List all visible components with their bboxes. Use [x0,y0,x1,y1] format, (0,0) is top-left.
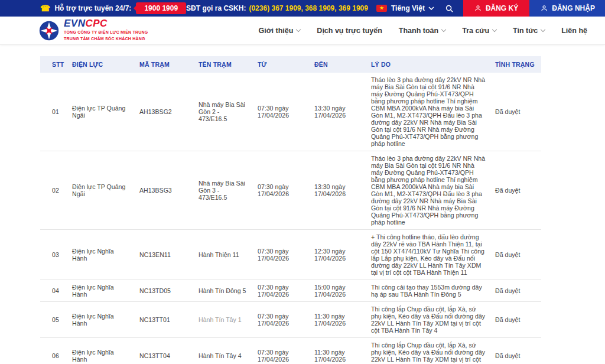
cell-dien-luc: Điện lực Nghĩa Hành [67,280,135,302]
user-icon [541,5,548,12]
cell-ten-tram: Hành Thiện 11 [194,230,253,280]
table-row: 01Điện lực TP Quảng NgãiAH13BSG2Nhà máy … [40,73,541,151]
cell-tu: 07:30 ngày 17/04/2026 [253,230,310,280]
cell-tu: 07:30 ngày 17/04/2026 [253,338,310,364]
nav-item-2[interactable]: Thanh toán [399,27,445,35]
chevron-down-icon [428,6,434,10]
table-row: 05Điện lực Nghĩa HànhNC13TT01Hành Tín Tâ… [40,302,541,338]
cell-dien-luc: Điện lực TP Quảng Ngãi [67,73,135,151]
cell-tu: 07:30 ngày 17/04/2026 [253,302,310,338]
search-button[interactable] [445,4,454,13]
cell-ma-tram: NC13TT01 [135,302,194,338]
cell-den: 15:00 ngày 17/04/2026 [310,280,366,302]
column-header: LÝ DO [366,56,490,73]
cell-den: 12:30 ngày 17/04/2026 [310,230,366,280]
table-header-row: STTĐIỆN LỰCMÃ TRẠMTÊN TRẠMTỪĐẾNLÝ DOTÌNH… [40,56,541,73]
cell-ma-tram: NC13TT04 [135,338,194,364]
cell-ly-do: Thi công lắp Chụp đầu cột, lắp Xà, sứ ph… [366,338,490,364]
nav-item-1[interactable]: Dịch vụ trực tuyến [317,27,382,35]
topbar-right: SĐT gọi ra CSKH: (0236) 367 1909, 368 19… [186,0,605,17]
chevron-down-icon [541,27,545,31]
chevron-down-icon [296,27,301,31]
user-icon [474,5,482,12]
cell-ma-tram: AH13BSG3 [135,151,194,230]
logo-subtitle-2: TRUNG TÂM CHĂM SÓC KHÁCH HÀNG [64,36,148,43]
table-row: 06Điện lực Nghĩa HànhNC13TT04Hành Tín Tâ… [40,338,541,364]
column-header: STT [40,56,67,73]
nav-item-label: Liên hệ [561,27,587,35]
cell-stt: 05 [40,302,67,338]
column-header: ĐẾN [310,56,366,73]
chevron-down-icon [441,27,446,31]
cell-stt: 02 [40,151,67,230]
cell-den: 13:30 ngày 17/04/2026 [310,73,366,151]
cell-den: 13:30 ngày 17/04/2026 [310,151,366,230]
cell-stt: 04 [40,280,67,302]
outage-table-container: STTĐIỆN LỰCMÃ TRẠMTÊN TRẠMTỪĐẾNLÝ DOTÌNH… [40,56,541,364]
search-icon [445,4,454,13]
cell-dien-luc: Điện lực TP Quảng Ngãi [67,151,135,230]
vietnam-flag-icon: ★ [376,5,387,12]
table-row: 02Điện lực TP Quảng NgãiAH13BSG3Nhà máy … [40,151,541,230]
cell-ly-do: Tháo lèo 3 pha đường dây 22kV NR Nhà máy… [366,73,490,151]
cell-stt: 01 [40,73,67,151]
topbar: ☎ Hỗ trợ trực tuyến 24/7: 1900 1909 SĐT … [0,0,605,17]
table-row: 03Điện lực Nghĩa HànhNC13EN11Hành Thiện … [40,230,541,280]
table-body: 01Điện lực TP Quảng NgãiAH13BSG2Nhà máy … [40,73,541,364]
cell-ma-tram: NC13EN11 [135,230,194,280]
language-label: Tiếng Việt [391,4,425,12]
logo-text: EVNCPC TỔNG CÔNG TY ĐIỆN LỰC MIỀN TRUNG … [64,18,148,42]
nav-item-5[interactable]: Liên hệ [561,27,587,35]
column-header: TÌNH TRẠNG [490,56,541,73]
outage-table: STTĐIỆN LỰCMÃ TRẠMTÊN TRẠMTỪĐẾNLÝ DOTÌNH… [40,56,541,364]
cell-tu: 07:30 ngày 17/04/2026 [253,73,310,151]
language-selector[interactable]: Tiếng Việt [391,4,434,12]
cell-ly-do: Thi công lắp Chụp đầu cột, lắp Xà, sứ ph… [366,302,490,338]
cell-tu: 07:30 ngày 17/04/2026 [253,280,310,302]
column-header: MÃ TRẠM [135,56,194,73]
cell-ma-tram: AH13BSG2 [135,73,194,151]
cell-den: 11:30 ngày 17/04/2026 [310,338,366,364]
cell-ten-tram: Nhà máy Bia Sài Gòn 2 - 473/E16.5 [194,73,253,151]
cell-ten-tram: Hành Tín Tây 4 [194,338,253,364]
register-button[interactable]: ĐĂNG KÝ [463,0,529,17]
nav-item-label: Giới thiệu [258,27,293,35]
site-header: EVNCPC TỔNG CÔNG TY ĐIỆN LỰC MIỀN TRUNG … [0,17,605,45]
cell-ma-tram: NC13TD05 [135,280,194,302]
evncpc-logo[interactable]: EVNCPC TỔNG CÔNG TY ĐIỆN LỰC MIỀN TRUNG … [39,18,148,42]
cell-stt: 06 [40,338,67,364]
cell-tinh-trang: Đã duyệt [490,151,541,230]
cell-tinh-trang: Đã duyệt [490,338,541,364]
login-button[interactable]: ĐĂNG NHẬP [529,0,605,17]
nav-item-label: Dịch vụ trực tuyến [317,27,382,35]
login-label: ĐĂNG NHẬP [552,4,595,12]
nav-item-0[interactable]: Giới thiệu [258,27,300,35]
nav-item-4[interactable]: Tin tức [513,27,545,35]
cell-tu: 07:30 ngày 17/04/2026 [253,151,310,230]
cell-ly-do: Thi công cải tạo thay 1553m đường dây hạ… [366,280,490,302]
cell-ten-tram: Nhà máy Bia Sài Gòn 3 - 473/E16.5 [194,151,253,230]
evn-star-logo-icon [39,21,59,41]
cell-tinh-trang: Đã duyệt [490,73,541,151]
cell-dien-luc: Điện lực Nghĩa Hành [67,338,135,364]
nav-item-label: Tin tức [513,27,538,35]
cell-ly-do: + Thi công hotline tháo, đấu lèo đường d… [366,230,490,280]
logo-subtitle-1: TỔNG CÔNG TY ĐIỆN LỰC MIỀN TRUNG [64,30,148,36]
column-header: TÊN TRẠM [194,56,253,73]
nav-item-3[interactable]: Tra cứu [462,27,496,35]
main-nav: Giới thiệuDịch vụ trực tuyếnThanh toánTr… [258,27,587,35]
cell-ten-tram: Hành Tín Tây 1 [194,302,253,338]
column-header: ĐIỆN LỰC [67,56,135,73]
hotline-badge[interactable]: 1900 1909 [136,2,186,14]
cell-den: 11:30 ngày 17/04/2026 [310,302,366,338]
cell-dien-luc: Điện lực Nghĩa Hành [67,302,135,338]
chevron-down-icon [492,27,497,31]
cskh-numbers: (0236) 367 1909, 368 1909, 369 1909 [249,4,368,12]
nav-item-label: Thanh toán [399,27,438,35]
nav-item-label: Tra cứu [462,27,489,35]
cell-dien-luc: Điện lực Nghĩa Hành [67,230,135,280]
support-label: Hỗ trợ trực tuyến 24/7: [54,4,131,12]
brand-name: EVNCPC [64,18,148,30]
table-row: 04Điện lực Nghĩa HànhNC13TD05Hành Tín Đô… [40,280,541,302]
register-label: ĐĂNG KÝ [486,4,518,12]
